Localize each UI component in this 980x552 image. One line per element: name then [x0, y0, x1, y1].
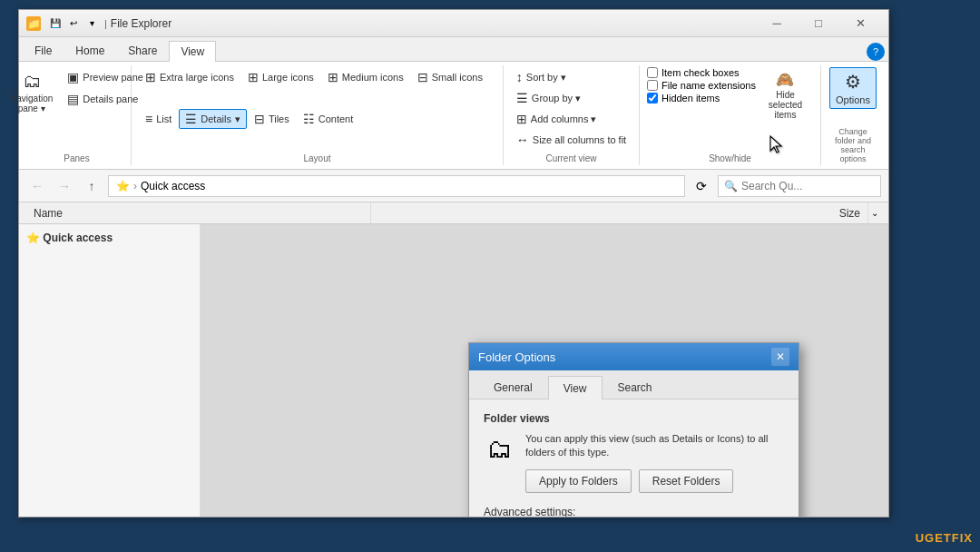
small-icon: ⊟ — [417, 70, 428, 84]
name-column-label: Name — [34, 207, 63, 220]
extra-large-icons-btn[interactable]: ⊞ Extra large icons — [139, 67, 240, 87]
content-btn[interactable]: ☷ Content — [297, 109, 360, 129]
options-label: Options — [836, 94, 870, 105]
ribbon-tab-bar: File Home Share View ? — [19, 37, 888, 61]
title-bar: 💾 ↩ ▾ | File Explorer ─ □ ✕ — [19, 10, 888, 37]
details-icon: ▤ — [67, 92, 79, 106]
layout-group-content: ⊞ Extra large icons ⊞ Large icons ⊞ Medi… — [139, 67, 495, 150]
dialog-body: Folder views 🗂 You can apply this view (… — [469, 399, 799, 517]
close-btn[interactable]: ✕ — [839, 12, 881, 35]
large-icon: ⊞ — [248, 70, 259, 84]
item-checkboxes-cb[interactable] — [647, 67, 658, 78]
folder-views-buttons: Apply to Folders Reset Folders — [525, 469, 784, 493]
add-columns-icon: ⊞ — [516, 112, 527, 126]
dialog-close-btn[interactable]: ✕ — [771, 348, 789, 366]
main-area: ⭐ Quick access Folder Options ✕ General … — [19, 224, 888, 517]
dialog-tab-search[interactable]: Search — [603, 376, 668, 399]
tiles-btn[interactable]: ⊟ Tiles — [248, 109, 296, 129]
folder-views-right: You can apply this view (such as Details… — [525, 432, 784, 493]
list-btn[interactable]: ≡ List — [139, 109, 178, 129]
size-column-header[interactable]: Size — [832, 202, 868, 223]
options-icon: ⚙ — [845, 71, 861, 93]
hidden-items-cb[interactable] — [647, 93, 658, 104]
size-column-label: Size — [839, 207, 860, 220]
panes-group: 🗂 Navigationpane ▾ ▣ Preview pane ▤ Deta… — [23, 65, 132, 165]
hide-selected-btn[interactable]: 🙈 Hide selecteditems — [758, 67, 813, 123]
file-name-ext-label: File name extensions — [662, 80, 756, 91]
folder-options-dialog: Folder Options ✕ General View Search Fol… — [468, 342, 799, 517]
up-btn[interactable]: ↑ — [81, 175, 103, 197]
options-group: ⚙ Options Change folder and search optio… — [821, 65, 885, 165]
details-label: Details pane — [83, 94, 138, 104]
showhide-content: Item check boxes File name extensions Hi… — [647, 67, 813, 150]
group-by-btn[interactable]: ☰ Group by ▾ — [510, 88, 587, 108]
folder-icon: 🗂 — [484, 432, 516, 465]
dialog-title: Folder Options — [478, 350, 771, 364]
advanced-title: Advanced settings: — [484, 506, 784, 517]
medium-icons-btn[interactable]: ⊞ Medium icons — [321, 67, 410, 87]
options-btn[interactable]: ⚙ Options — [829, 67, 877, 109]
name-column-header[interactable]: Name — [26, 202, 371, 223]
qat-save-btn[interactable]: 💾 — [46, 15, 64, 32]
tab-share[interactable]: Share — [116, 40, 169, 61]
watermark-text: UGET — [916, 531, 952, 545]
showhide-checkboxes: Item check boxes File name extensions Hi… — [647, 67, 756, 104]
forward-btn[interactable]: → — [54, 175, 75, 197]
options-content: ⚙ Options — [829, 67, 877, 123]
details-view-icon: ☰ — [185, 112, 197, 126]
help-btn[interactable]: ? — [867, 43, 885, 61]
qat-dropdown-btn[interactable]: ▾ — [83, 15, 101, 32]
separator: | — [104, 18, 107, 29]
layout-group: ⊞ Extra large icons ⊞ Large icons ⊞ Medi… — [132, 65, 504, 165]
dialog-overlay: Folder Options ✕ General View Search Fol… — [201, 224, 888, 517]
watermark: UGETFIX — [916, 531, 973, 545]
back-btn[interactable]: ← — [26, 175, 48, 197]
panes-group-content: 🗂 Navigationpane ▾ ▣ Preview pane ▤ Deta… — [4, 67, 150, 150]
size-columns-btn[interactable]: ↔ Size all columns to fit — [510, 130, 632, 150]
search-input[interactable] — [741, 180, 877, 192]
address-path[interactable]: ⭐ › Quick access — [108, 175, 685, 197]
tab-file[interactable]: File — [23, 40, 64, 61]
dialog-title-bar: Folder Options ✕ — [469, 343, 799, 370]
apply-to-folders-btn[interactable]: Apply to Folders — [525, 469, 632, 493]
item-checkboxes-label: Item check boxes — [662, 67, 740, 78]
sort-by-btn[interactable]: ↕ Sort by ▾ — [510, 67, 573, 87]
folder-views-title: Folder views — [484, 412, 784, 425]
layout-group-label: Layout — [303, 150, 330, 163]
add-columns-btn[interactable]: ⊞ Add columns ▾ — [510, 109, 603, 129]
content-label: Content — [318, 113, 354, 124]
path-quick-access: Quick access — [141, 180, 205, 192]
dialog-tab-view[interactable]: View — [548, 376, 603, 399]
column-header: Name Size ⌄ — [19, 202, 888, 224]
hidden-items-row: Hidden items — [647, 93, 756, 104]
hide-selected-icon: 🙈 — [776, 71, 794, 88]
minimize-btn[interactable]: ─ — [756, 12, 798, 35]
tab-view[interactable]: View — [169, 41, 216, 62]
small-icons-btn[interactable]: ⊟ Small icons — [411, 67, 489, 87]
group-icon: ☰ — [516, 91, 528, 105]
size-columns-icon: ↔ — [516, 133, 529, 147]
content-area: Folder Options ✕ General View Search Fol… — [201, 224, 888, 517]
explorer-window: 💾 ↩ ▾ | File Explorer ─ □ ✕ File Home Sh… — [18, 9, 889, 518]
dialog-tab-general[interactable]: General — [478, 376, 548, 399]
reset-folders-btn[interactable]: Reset Folders — [639, 469, 734, 493]
file-name-ext-row: File name extensions — [647, 80, 756, 91]
qat-undo-btn[interactable]: ↩ — [64, 15, 83, 32]
tab-home[interactable]: Home — [64, 40, 116, 61]
extra-large-label: Extra large icons — [160, 72, 234, 83]
refresh-btn[interactable]: ⟳ — [691, 175, 712, 197]
navigation-pane-btn[interactable]: 🗂 Navigationpane ▾ — [4, 67, 59, 117]
column-expand-btn[interactable]: ⌄ — [868, 203, 881, 223]
details-btn[interactable]: ☰ Details ▾ — [179, 109, 247, 129]
nav-pane-label: Navigationpane ▾ — [10, 94, 53, 113]
current-view-group: ↕ Sort by ▾ ☰ Group by ▾ ⊞ Add columns ▾… — [504, 65, 640, 165]
details-view-label: Details — [201, 113, 231, 124]
file-name-ext-cb[interactable] — [647, 80, 658, 91]
maximize-btn[interactable]: □ — [798, 12, 839, 35]
path-sep: › — [133, 180, 137, 192]
search-box[interactable]: 🔍 — [718, 175, 881, 197]
content-icon: ☷ — [303, 112, 315, 126]
folder-views-desc: You can apply this view (such as Details… — [525, 432, 784, 460]
window-icon — [26, 16, 41, 31]
large-icons-btn[interactable]: ⊞ Large icons — [241, 67, 320, 87]
